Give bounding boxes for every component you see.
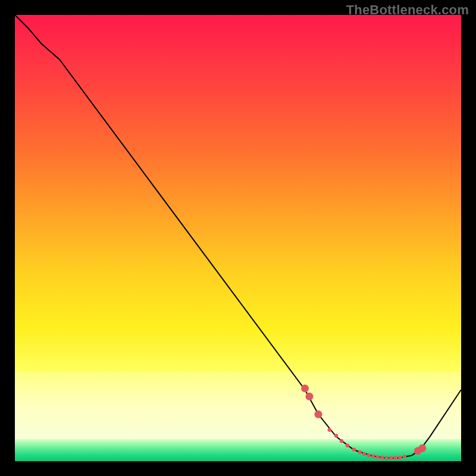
data-marker [376,455,380,459]
data-marker [358,450,362,454]
curve-markers [301,384,426,460]
data-marker [418,444,426,452]
data-marker [371,455,375,458]
data-marker [403,455,406,458]
plot-area [15,15,461,461]
data-marker [380,456,384,459]
data-marker [398,456,402,459]
data-marker [394,456,397,460]
data-marker [367,453,371,457]
chart-frame: TheBottleneck.com [0,0,476,476]
data-marker [352,447,356,451]
data-marker [328,428,331,431]
data-marker [306,393,314,400]
data-marker [385,456,389,460]
watermark-text: TheBottleneck.com [346,2,469,18]
data-marker [315,411,322,418]
bottleneck-curve [15,15,461,458]
curve-layer [15,15,461,461]
data-marker [346,444,349,447]
data-marker [334,434,338,437]
data-marker [301,384,309,392]
data-marker [340,439,343,443]
data-marker [389,456,393,460]
data-marker [362,452,366,456]
